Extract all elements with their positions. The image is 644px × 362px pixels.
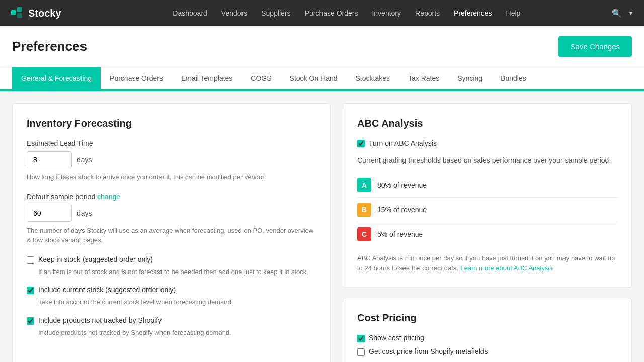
nav-vendors[interactable]: Vendors [221,9,247,17]
grade-c-row: C 5% of revenue [357,222,617,246]
turn-on-abc-checkbox[interactable] [357,140,365,147]
show-cost-row: Show cost pricing [357,334,617,342]
include-untracked-label: Include products not tracked by Shopify [38,316,162,324]
tab-email-templates[interactable]: Email Templates [172,67,242,91]
inventory-forecasting-title: Inventory Forecasting [27,118,316,129]
show-cost-checkbox[interactable] [357,335,365,342]
metafields-checkbox[interactable] [357,348,365,356]
right-panel: ABC Analysis Turn on ABC Analysis Curren… [343,103,632,362]
grade-c-text: 5% of revenue [377,230,423,238]
navbar: Stocky Dashboard Vendors Suppliers Purch… [0,0,644,26]
grade-c-badge: C [357,227,371,241]
page-header: Preferences Save Changes [0,26,644,67]
turn-on-abc-label: Turn on ABC Analysis [369,139,437,147]
cost-pricing-title: Cost Pricing [357,312,617,324]
keep-in-stock-help: If an item is out of stock and is not fo… [38,267,316,277]
tab-purchase-orders[interactable]: Purchase Orders [101,67,172,91]
grade-a-badge: A [357,178,371,192]
nav-suppliers[interactable]: Suppliers [261,9,290,17]
dropdown-icon[interactable]: ▼ [628,10,634,17]
grade-b-badge: B [357,203,371,217]
metafields-row: Get cost price from Shopify metafields [357,347,617,356]
tab-stock-on-hand[interactable]: Stock On Hand [281,67,347,91]
abc-analysis-card: ABC Analysis Turn on ABC Analysis Curren… [343,103,632,288]
grade-b-text: 15% of revenue [377,206,427,214]
tab-stocktakes[interactable]: Stocktakes [347,67,399,91]
tab-general-forecasting[interactable]: General & Forecasting [12,67,101,91]
logo-text: Stocky [28,8,61,19]
keep-in-stock-checkbox[interactable] [27,256,34,264]
lead-time-input[interactable] [27,151,72,168]
keep-in-stock-label: Keep in stock (suggested order only) [38,255,153,263]
include-untracked-checkbox[interactable] [27,317,34,325]
logo[interactable]: Stocky [10,6,61,20]
inventory-forecasting-panel: Inventory Forecasting Estimated Lead Tim… [12,103,331,362]
keep-in-stock-row: Keep in stock (suggested order only) [27,255,316,264]
svg-rect-2 [17,13,22,18]
nav-help[interactable]: Help [506,9,521,17]
svg-rect-0 [11,10,16,15]
lead-time-unit: days [77,156,92,164]
show-cost-label: Show cost pricing [369,334,424,342]
cost-pricing-card: Cost Pricing Show cost pricing Get cost … [343,298,632,362]
lead-time-help: How long it takes stock to arrive once y… [27,172,316,183]
grade-b-row: B 15% of revenue [357,198,617,222]
lead-time-label: Estimated Lead Time [27,139,316,147]
threshold-intro: Current grading thresholds based on sale… [357,155,617,166]
logo-icon [10,6,24,20]
svg-rect-1 [17,7,22,12]
sample-period-row: days [27,205,316,222]
sample-period-unit: days [77,209,92,217]
include-current-stock-help: Take into account the current stock leve… [38,297,316,307]
search-icon[interactable]: 🔍 [612,9,622,18]
nav-links: Dashboard Vendors Suppliers Purchase Ord… [82,9,612,17]
include-untracked-row: Include products not tracked by Shopify [27,316,316,325]
tab-cogs[interactable]: COGS [242,67,280,91]
include-current-stock-label: Include current stock (suggested order o… [38,286,176,294]
nav-inventory[interactable]: Inventory [372,9,401,17]
include-current-stock-checkbox[interactable] [27,287,34,294]
abc-note: ABC Analysis is run once per day so if y… [357,253,617,273]
grade-a-text: 80% of revenue [377,181,427,189]
nav-right: 🔍 ▼ [612,9,634,18]
metafields-label: Get cost price from Shopify metafields [369,347,488,355]
nav-reports[interactable]: Reports [415,9,440,17]
nav-purchase-orders[interactable]: Purchase Orders [305,9,358,17]
include-current-stock-row: Include current stock (suggested order o… [27,286,316,294]
page-title: Preferences [12,39,87,54]
nav-preferences[interactable]: Preferences [454,9,492,17]
tab-bundles[interactable]: Bundles [492,67,535,91]
sample-period-change-link[interactable]: change [97,193,120,201]
include-untracked-help: Include products not tracked by Shopify … [38,328,316,338]
abc-learn-more-link[interactable]: Learn more about ABC Analysis [460,264,553,272]
tab-tax-rates[interactable]: Tax Rates [399,67,448,91]
grade-a-row: A 80% of revenue [357,173,617,198]
nav-dashboard[interactable]: Dashboard [173,9,207,17]
tabs-bar: General & Forecasting Purchase Orders Em… [0,67,644,91]
tab-syncing[interactable]: Syncing [448,67,492,91]
abc-analysis-title: ABC Analysis [357,118,617,129]
sample-period-input[interactable] [27,205,72,222]
sample-period-help: The number of days Stocky will use as an… [27,226,316,245]
sample-period-label: Default sample period change [27,193,316,201]
turn-on-abc-row: Turn on ABC Analysis [357,139,617,147]
save-changes-button[interactable]: Save Changes [558,36,632,57]
lead-time-row: days [27,151,316,168]
content-area: Inventory Forecasting Estimated Lead Tim… [0,91,644,362]
